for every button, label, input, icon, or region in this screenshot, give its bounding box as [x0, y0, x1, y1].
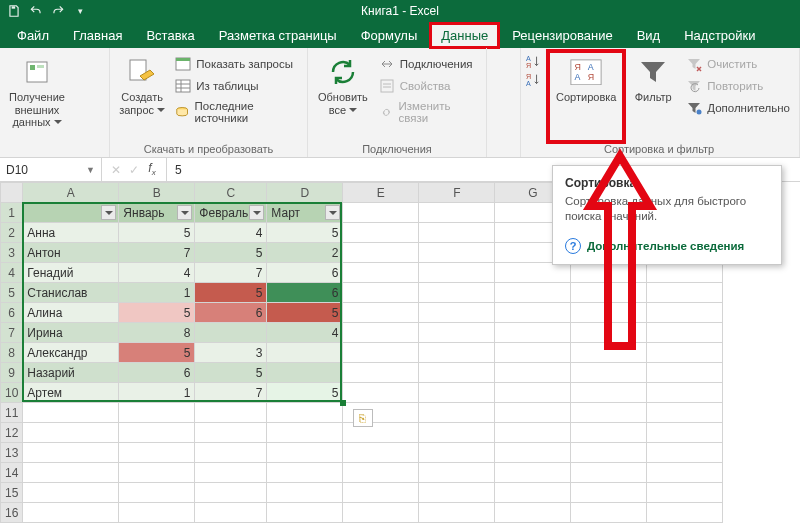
row-header[interactable]: 14: [1, 463, 23, 483]
tab-home[interactable]: Главная: [62, 23, 133, 48]
cell[interactable]: 2: [267, 243, 343, 263]
undo-icon[interactable]: [26, 2, 46, 20]
filter-button[interactable]: Фильтр: [627, 52, 679, 141]
cell[interactable]: [343, 363, 419, 383]
cell[interactable]: [419, 203, 495, 223]
connections-button[interactable]: Подключения: [376, 54, 480, 74]
tab-page-layout[interactable]: Разметка страницы: [208, 23, 348, 48]
cell[interactable]: 5: [195, 283, 267, 303]
cell[interactable]: [419, 503, 495, 523]
cell[interactable]: 5: [195, 243, 267, 263]
cell[interactable]: [571, 323, 647, 343]
cell[interactable]: [23, 503, 119, 523]
row-header[interactable]: 16: [1, 503, 23, 523]
cell[interactable]: 3: [195, 343, 267, 363]
cell[interactable]: [267, 503, 343, 523]
cell[interactable]: 5: [267, 223, 343, 243]
cell[interactable]: [343, 243, 419, 263]
cell[interactable]: [419, 283, 495, 303]
name-box[interactable]: D10▼: [0, 158, 102, 181]
new-query-button[interactable]: Создать запрос: [116, 52, 168, 141]
cell[interactable]: [571, 503, 647, 523]
cell[interactable]: [495, 303, 571, 323]
recent-sources-button[interactable]: Последние источники: [172, 98, 301, 126]
cell[interactable]: 4: [119, 263, 195, 283]
cell[interactable]: [195, 483, 267, 503]
cell[interactable]: [119, 423, 195, 443]
tab-insert[interactable]: Вставка: [135, 23, 205, 48]
cell[interactable]: [23, 203, 119, 223]
name-box-dropdown-icon[interactable]: ▼: [86, 165, 95, 175]
cell[interactable]: [195, 423, 267, 443]
tab-addins[interactable]: Надстройки: [673, 23, 766, 48]
cell[interactable]: 7: [119, 243, 195, 263]
tab-formulas[interactable]: Формулы: [350, 23, 429, 48]
col-header-A[interactable]: A: [23, 183, 119, 203]
filter-dropdown-icon[interactable]: [325, 205, 340, 220]
row-header[interactable]: 2: [1, 223, 23, 243]
cell[interactable]: [267, 343, 343, 363]
tab-view[interactable]: Вид: [626, 23, 672, 48]
cell[interactable]: [571, 303, 647, 323]
col-header-F[interactable]: F: [419, 183, 495, 203]
cell[interactable]: [647, 283, 723, 303]
filter-dropdown-icon[interactable]: [101, 205, 116, 220]
cell[interactable]: [23, 443, 119, 463]
cell[interactable]: [419, 423, 495, 443]
sort-desc-button[interactable]: ЯА: [525, 72, 541, 88]
cell[interactable]: [267, 363, 343, 383]
cell[interactable]: 6: [119, 363, 195, 383]
cell[interactable]: 4: [267, 323, 343, 343]
sort-asc-button[interactable]: АЯ: [525, 54, 541, 70]
cell[interactable]: Февраль: [195, 203, 267, 223]
cell[interactable]: Алина: [23, 303, 119, 323]
cell[interactable]: Александр: [23, 343, 119, 363]
cell[interactable]: Анна: [23, 223, 119, 243]
cell[interactable]: [571, 343, 647, 363]
cell[interactable]: [343, 223, 419, 243]
cell[interactable]: [419, 463, 495, 483]
cell[interactable]: [343, 483, 419, 503]
cell[interactable]: [571, 443, 647, 463]
show-queries-button[interactable]: Показать запросы: [172, 54, 301, 74]
redo-icon[interactable]: [48, 2, 68, 20]
smart-tag-icon[interactable]: ⎘: [353, 409, 373, 427]
cell[interactable]: [419, 343, 495, 363]
cell[interactable]: 5: [267, 303, 343, 323]
select-all-button[interactable]: [1, 183, 23, 203]
col-header-E[interactable]: E: [343, 183, 419, 203]
cell[interactable]: [195, 323, 267, 343]
cell[interactable]: 5: [195, 363, 267, 383]
cell[interactable]: Антон: [23, 243, 119, 263]
row-header[interactable]: 8: [1, 343, 23, 363]
cell[interactable]: [571, 463, 647, 483]
cell[interactable]: [647, 443, 723, 463]
cell[interactable]: 7: [195, 383, 267, 403]
cell[interactable]: [571, 403, 647, 423]
cell[interactable]: [343, 443, 419, 463]
cell[interactable]: 5: [267, 383, 343, 403]
cell[interactable]: [267, 403, 343, 423]
cell[interactable]: [495, 503, 571, 523]
row-header[interactable]: 7: [1, 323, 23, 343]
cell[interactable]: [495, 463, 571, 483]
cell[interactable]: [267, 443, 343, 463]
row-header[interactable]: 9: [1, 363, 23, 383]
cell[interactable]: Генадий: [23, 263, 119, 283]
tab-file[interactable]: Файл: [6, 23, 60, 48]
cell[interactable]: [419, 303, 495, 323]
filter-dropdown-icon[interactable]: [177, 205, 192, 220]
row-header[interactable]: 13: [1, 443, 23, 463]
sort-button[interactable]: ЯААЯ Сортировка: [549, 52, 623, 141]
cell[interactable]: [23, 463, 119, 483]
cell[interactable]: 5: [119, 343, 195, 363]
row-header[interactable]: 12: [1, 423, 23, 443]
cell[interactable]: [267, 423, 343, 443]
cell[interactable]: [343, 203, 419, 223]
cell[interactable]: [495, 283, 571, 303]
cell[interactable]: [119, 463, 195, 483]
cell[interactable]: [119, 403, 195, 423]
row-header[interactable]: 11: [1, 403, 23, 423]
cell[interactable]: Артем: [23, 383, 119, 403]
cell[interactable]: [419, 383, 495, 403]
